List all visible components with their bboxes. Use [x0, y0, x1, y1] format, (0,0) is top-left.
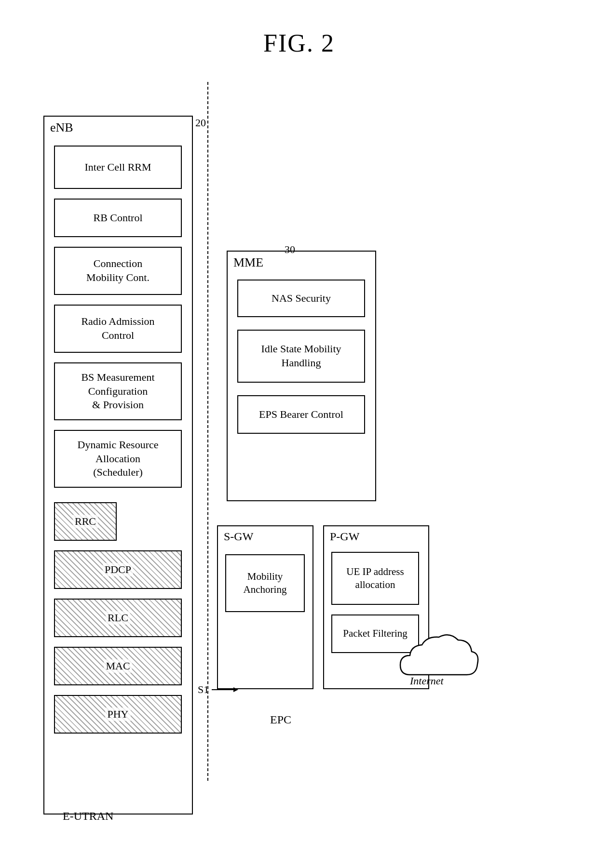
phy-block: PHY	[54, 695, 182, 734]
mme-outer-box: MME NAS Security Idle State MobilityHand…	[227, 251, 376, 501]
idle-state-mobility-block: Idle State MobilityHandling	[237, 330, 365, 383]
rlc-block: RLC	[54, 599, 182, 637]
mme-label: MME	[233, 255, 263, 270]
inter-cell-rrm-block: Inter Cell RRM	[54, 146, 182, 189]
eps-bearer-control-block: EPS Bearer Control	[237, 395, 365, 434]
diagram-container: 20 30 eNB Inter Cell RRM RB Control Conn…	[29, 82, 569, 829]
radio-admission-block: Radio AdmissionControl	[54, 305, 182, 353]
label-20: 20	[195, 117, 206, 129]
dashed-separator	[207, 82, 208, 781]
enb-outer-box: eNB Inter Cell RRM RB Control Connection…	[43, 116, 193, 815]
sgw-outer-box: S-GW MobilityAnchoring	[217, 525, 313, 689]
dynamic-resource-block: Dynamic ResourceAllocation(Scheduler)	[54, 430, 182, 488]
ue-ip-address-block: UE IP addressallocation	[331, 552, 419, 605]
phy-label: PHY	[105, 708, 130, 721]
rlc-label: RLC	[106, 611, 130, 625]
s1-label: S1	[198, 683, 209, 696]
pgw-label: P-GW	[330, 530, 359, 543]
pdcp-block: PDCP	[54, 550, 182, 589]
rrc-block: RRC	[54, 502, 117, 541]
internet-label: Internet	[410, 675, 444, 687]
sgw-label: S-GW	[224, 530, 253, 543]
epc-label: EPC	[270, 713, 291, 726]
pdcp-label: PDCP	[103, 563, 133, 577]
rb-control-block: RB Control	[54, 199, 182, 237]
page-title: FIG. 2	[0, 0, 598, 57]
connection-mobility-block: ConnectionMobility Cont.	[54, 247, 182, 295]
eutran-label: E-UTRAN	[63, 810, 113, 823]
mac-block: MAC	[54, 647, 182, 685]
bs-measurement-block: BS MeasurementConfiguration& Provision	[54, 362, 182, 420]
rrc-label: RRC	[73, 515, 98, 529]
nas-security-block: NAS Security	[237, 280, 365, 317]
mac-label: MAC	[104, 659, 132, 673]
mobility-anchoring-block: MobilityAnchoring	[225, 554, 305, 612]
enb-label: eNB	[50, 120, 73, 135]
